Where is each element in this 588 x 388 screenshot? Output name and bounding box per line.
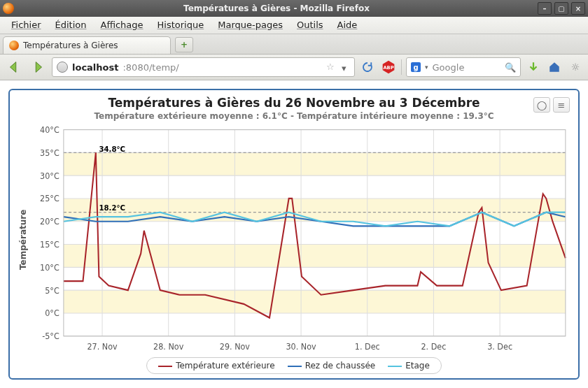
svg-text:18.2°C: 18.2°C <box>99 203 125 212</box>
menu-marque-pages[interactable]: Marque-pages <box>211 17 290 34</box>
browser-tab[interactable]: Températures à Gières <box>3 36 171 54</box>
firefox-icon <box>3 3 14 14</box>
svg-text:40°C: 40°C <box>40 125 59 135</box>
chart-title: Températures à Gières du 26 Novembre au … <box>17 96 571 110</box>
chart-plot[interactable]: -5°C0°C5°C10°C15°C20°C25°C30°C35°C40°C27… <box>29 125 571 354</box>
svg-text:25°C: 25°C <box>40 194 59 203</box>
svg-text:30°C: 30°C <box>40 171 59 180</box>
svg-text:-5°C: -5°C <box>42 331 59 341</box>
downloads-button[interactable] <box>525 59 542 76</box>
new-tab-button[interactable]: + <box>175 37 193 52</box>
svg-text:2. Dec: 2. Dec <box>421 342 446 352</box>
nav-toolbar: localhost:8080/temp/ ☆ ▾ ABP g ▾ Google … <box>0 55 588 80</box>
chart-menu-button[interactable]: ≡ <box>553 97 570 113</box>
chart-subtitle: Température extérieure moyenne : 6.1°C -… <box>17 111 571 121</box>
svg-text:15°C: 15°C <box>40 240 59 250</box>
menu-edition[interactable]: Édition <box>48 17 94 34</box>
menu-historique[interactable]: Historique <box>150 17 211 34</box>
svg-rect-6 <box>64 222 566 245</box>
menubar: Fichier Édition Affichage Historique Mar… <box>0 17 588 34</box>
tab-label: Températures à Gières <box>23 41 118 50</box>
window-title: Températures à Gières - Mozilla Firefox <box>18 3 535 13</box>
window-titlebar: Températures à Gières - Mozilla Firefox … <box>0 0 588 17</box>
url-bar[interactable]: localhost:8080/temp/ ☆ ▾ <box>52 57 355 77</box>
tab-bar: Températures à Gières + <box>0 34 588 55</box>
svg-rect-3 <box>64 290 566 313</box>
url-path: :8080/temp/ <box>122 62 178 73</box>
legend-item-rdc[interactable]: Rez de chaussée <box>288 361 376 371</box>
svg-rect-10 <box>64 130 566 153</box>
browser-window: Températures à Gières - Mozilla Firefox … <box>0 0 588 388</box>
maximize-button[interactable]: ▢ <box>554 2 568 15</box>
svg-text:27. Nov: 27. Nov <box>87 342 117 352</box>
chart-svg: -5°C0°C5°C10°C15°C20°C25°C30°C35°C40°C27… <box>29 125 571 354</box>
svg-text:10°C: 10°C <box>40 262 59 272</box>
svg-text:34.8°C: 34.8°C <box>99 145 125 153</box>
url-host: localhost <box>72 62 118 73</box>
svg-text:28. Nov: 28. Nov <box>153 342 183 352</box>
svg-rect-5 <box>64 245 566 268</box>
search-box[interactable]: g ▾ Google 🔍 <box>406 57 521 77</box>
search-placeholder: Google <box>433 62 465 73</box>
chart-zoom-button[interactable]: ◯ <box>533 97 550 113</box>
bookmark-star-icon[interactable]: ☆ <box>326 62 337 73</box>
reload-button[interactable] <box>359 59 376 76</box>
chart-header: Températures à Gières du 26 Novembre au … <box>17 96 571 121</box>
chart-legend: Température extérieure Rez de chaussée E… <box>146 357 442 374</box>
minimize-button[interactable]: – <box>538 2 552 15</box>
svg-text:29. Nov: 29. Nov <box>220 342 250 352</box>
svg-text:5°C: 5°C <box>45 285 59 295</box>
back-button[interactable] <box>4 58 24 76</box>
svg-text:1. Dec: 1. Dec <box>355 342 380 352</box>
svg-text:0°C: 0°C <box>45 308 59 318</box>
home-button[interactable] <box>546 59 563 76</box>
tab-favicon-icon <box>9 41 19 50</box>
svg-rect-8 <box>64 175 566 199</box>
chart-card: ◯ ≡ Températures à Gières du 26 Novembre… <box>8 89 580 380</box>
site-identity-icon <box>57 62 68 73</box>
addon-icon[interactable]: ☼ <box>567 59 584 76</box>
svg-text:35°C: 35°C <box>40 148 59 157</box>
separator <box>401 59 402 75</box>
search-icon[interactable]: 🔍 <box>505 62 516 73</box>
adblock-icon[interactable]: ABP <box>380 59 397 76</box>
y-axis-label: Température <box>17 125 29 354</box>
svg-rect-7 <box>64 199 566 222</box>
page-content: ◯ ≡ Températures à Gières du 26 Novembre… <box>0 80 588 388</box>
forward-button[interactable] <box>28 58 48 76</box>
svg-rect-4 <box>64 267 566 290</box>
url-dropdown-icon[interactable]: ▾ <box>342 63 350 71</box>
legend-item-etage[interactable]: Etage <box>388 361 430 371</box>
menu-fichier[interactable]: Fichier <box>4 17 48 34</box>
close-button[interactable]: × <box>571 2 585 15</box>
svg-text:3. Dec: 3. Dec <box>487 342 512 352</box>
chart-toolbar: ◯ ≡ <box>533 97 570 113</box>
menu-aide[interactable]: Aide <box>330 17 365 34</box>
menu-outils[interactable]: Outils <box>290 17 330 34</box>
legend-item-ext[interactable]: Température extérieure <box>158 361 275 371</box>
svg-text:30. Nov: 30. Nov <box>286 342 316 352</box>
svg-text:ABP: ABP <box>383 65 393 71</box>
google-icon: g <box>411 62 421 72</box>
menu-affichage[interactable]: Affichage <box>93 17 150 34</box>
svg-rect-9 <box>64 152 566 175</box>
svg-text:20°C: 20°C <box>40 217 59 227</box>
svg-rect-2 <box>64 313 566 336</box>
